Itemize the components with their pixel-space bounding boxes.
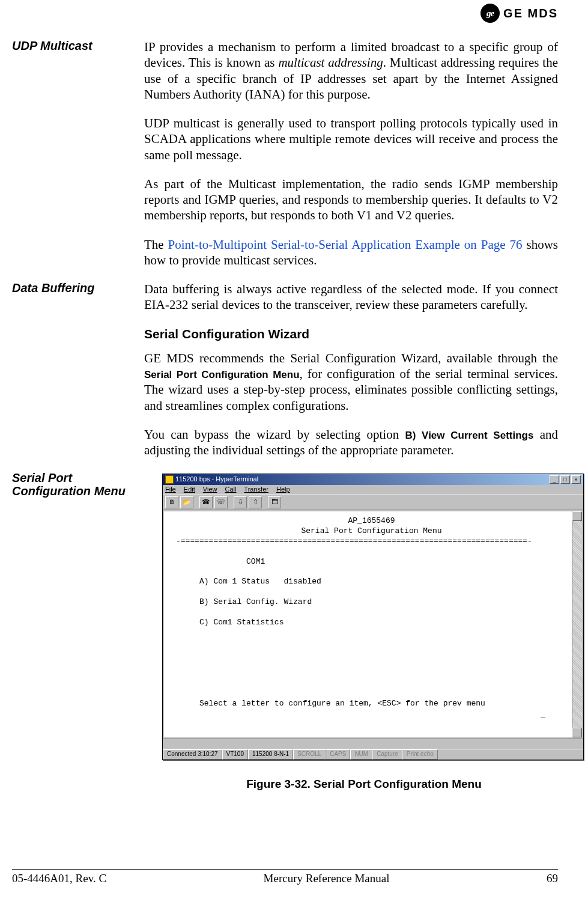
tool-connect-icon[interactable]: ☎	[199, 496, 213, 508]
buffer-paragraph-1: Data buffering is always active regardle…	[144, 281, 558, 313]
tool-disconnect-icon[interactable]: ☏	[214, 496, 228, 508]
footer-doc-id: 05-4446A01, Rev. C	[12, 872, 106, 885]
term-option-a: A) Com 1 Status disabled	[199, 577, 321, 586]
menubar: File Edit View Call Transfer Help	[163, 485, 583, 495]
brand-text: GE MDS	[503, 7, 558, 20]
ge-monogram-icon: ge	[480, 4, 500, 23]
tool-new-icon[interactable]: 🗎	[165, 496, 178, 508]
page-footer: 05-4446A01, Rev. C Mercury Reference Man…	[12, 869, 558, 885]
toolbar: 🗎 📂 ☎ ☏ ⇩ ⇧ 🗔	[163, 495, 583, 510]
horizontal-scrollbar[interactable]	[163, 739, 583, 749]
term-device-id: AP_1655469	[176, 516, 567, 526]
menu-help[interactable]: Help	[276, 486, 290, 493]
status-caps: CAPS	[326, 749, 350, 760]
status-rate: 115200 8-N-1	[248, 749, 293, 760]
status-num: NUM	[350, 749, 372, 760]
tool-send-icon[interactable]: ⇩	[234, 496, 247, 508]
menu-edit[interactable]: Edit	[184, 486, 195, 493]
udp-paragraph-3: As part of the Multicast implementation,…	[144, 176, 558, 224]
udp-paragraph-4: The Point-to-Multipoint Serial-to-Serial…	[144, 237, 558, 269]
side-heading-buffering: Data Buffering	[12, 281, 138, 294]
bold-menu-name: Serial Port Configuration Menu	[144, 369, 300, 380]
app-icon	[165, 475, 174, 484]
heading-serial-wizard: Serial Configuration Wizard	[144, 326, 558, 342]
hyperterminal-window: 115200 bps - HyperTerminal _ □ × File Ed…	[162, 474, 584, 760]
minimize-button[interactable]: _	[550, 475, 559, 484]
terminal-output[interactable]: AP_1655469Serial Port Configuration Menu…	[164, 511, 572, 737]
footer-page-number: 69	[547, 872, 558, 885]
wizard-paragraph-1: GE MDS recommends the Serial Configurati…	[144, 350, 558, 413]
menu-call[interactable]: Call	[225, 486, 237, 493]
menu-transfer[interactable]: Transfer	[244, 486, 268, 493]
wizard-paragraph-2: You can bypass the wizard by selecting o…	[144, 427, 558, 459]
status-echo: Print echo	[402, 749, 438, 760]
cursor-icon: _	[541, 710, 545, 721]
brand-logo: ge GE MDS	[480, 4, 558, 23]
tool-receive-icon[interactable]: ⇧	[249, 496, 262, 508]
term-separator: -=======================================…	[176, 537, 532, 546]
status-bar: Connected 3:10:27 VT100 115200 8-N-1 SCR…	[163, 749, 583, 760]
udp-paragraph-2: UDP multicast is generally used to trans…	[144, 115, 558, 163]
status-connection: Connected 3:10:27	[163, 749, 222, 760]
maximize-button[interactable]: □	[560, 475, 570, 484]
footer-title: Mercury Reference Manual	[264, 872, 390, 885]
udp-paragraph-1: IP provides a mechanism to perform a lim…	[144, 39, 558, 102]
window-titlebar: 115200 bps - HyperTerminal _ □ ×	[163, 474, 583, 485]
emphasis-multicast: multicast addressing	[278, 55, 383, 70]
text: GE MDS recommends the Serial Configurati…	[144, 351, 558, 365]
side-heading-udp: UDP Multicast	[12, 39, 138, 52]
status-emulation: VT100	[222, 749, 248, 760]
link-p2mp-example[interactable]: Point-to-Multipoint Serial-to-Serial App…	[168, 237, 523, 252]
window-title: 115200 bps - HyperTerminal	[175, 475, 258, 484]
side-heading-figure: Serial Port Configuration Menu	[12, 471, 138, 498]
term-screen-title: Serial Port Configuration Menu	[176, 526, 567, 537]
text: The	[144, 237, 168, 252]
bold-option-b: B) View Current Settings	[405, 430, 533, 441]
term-prompt: Select a letter to configure an item, <E…	[199, 699, 485, 708]
term-option-b: B) Serial Config. Wizard	[199, 597, 312, 606]
term-col-head: COM1	[246, 557, 265, 566]
tool-properties-icon[interactable]: 🗔	[268, 496, 281, 508]
figure-caption: Figure 3-32. Serial Port Configuration M…	[144, 777, 584, 791]
text: You can bypass the wizard by selecting o…	[144, 427, 405, 442]
menu-file[interactable]: File	[165, 486, 176, 493]
status-scroll: SCROLL	[293, 749, 326, 760]
tool-open-icon[interactable]: 📂	[180, 496, 193, 508]
menu-view[interactable]: View	[203, 486, 217, 493]
term-option-c: C) Com1 Statistics	[199, 618, 283, 627]
close-button[interactable]: ×	[571, 475, 581, 484]
status-capture: Capture	[372, 749, 402, 760]
vertical-scrollbar[interactable]	[572, 511, 582, 737]
